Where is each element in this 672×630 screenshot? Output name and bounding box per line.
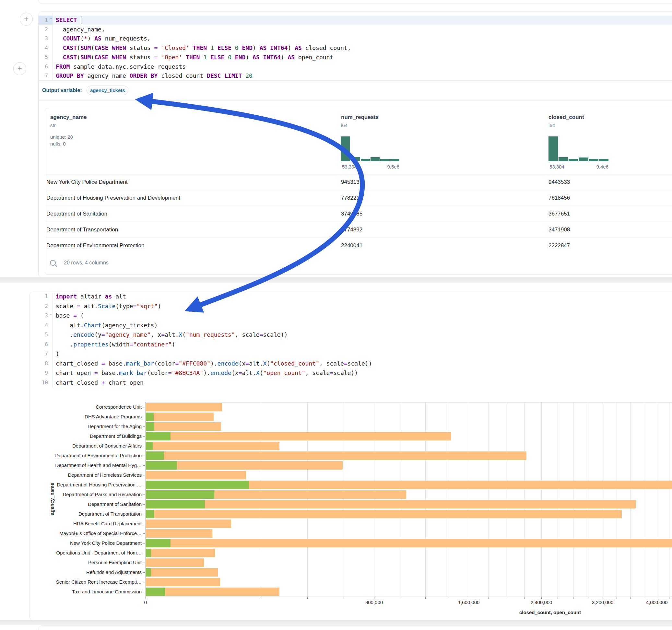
code-line[interactable]: agency_name, [56,25,105,34]
x-axis-tick-label: 1,600,000 [449,600,488,605]
bar-open-count[interactable] [146,452,164,460]
bar-open-count[interactable] [146,490,214,499]
table-row-num-requests[interactable]: 9453131 [341,174,362,190]
bar-closed-count[interactable] [146,587,280,596]
fold-chevron-icon[interactable]: › [49,313,53,318]
x-axis-tick [525,597,525,599]
bar-open-count[interactable] [146,500,205,508]
add-cell-button-middle[interactable]: + [13,62,26,75]
code-line[interactable]: CAST(SUM(CASE WHEN status = 'Open' THEN … [56,53,333,62]
bar-open-count[interactable] [146,481,249,489]
table-row-closed-count[interactable]: 7618456 [549,190,570,206]
bar-closed-count[interactable] [146,578,220,586]
line-number: 1 [37,16,48,25]
bar-closed-count[interactable] [146,558,204,567]
column-type: i64 [341,122,347,128]
code-line[interactable]: chart_open = base.mark_bar(color="#8BC34… [56,368,358,378]
chart-gridline [507,402,507,597]
bar-closed-count[interactable] [146,432,451,440]
bar-closed-count[interactable] [146,403,222,411]
bar-closed-count[interactable] [146,539,672,547]
code-line[interactable]: ) [56,349,59,358]
column-header-num_requests[interactable]: num_requests [341,114,379,121]
code-line[interactable]: CAST(SUM(CASE WHEN status = 'Closed' THE… [56,43,351,52]
x-axis-title: closed_count, open_count [476,610,625,615]
bar-open-count[interactable] [146,539,170,547]
chart-plot-top-border [146,402,672,403]
histogram-bar [599,159,608,161]
bar-closed-count[interactable] [146,510,622,518]
table-row-closed-count[interactable]: 3471908 [549,222,570,238]
sql-active-line-highlight [39,16,672,25]
chart-gridline [525,402,525,597]
y-axis-label: Operations Unit - Department of Hom… [39,550,142,556]
table-row-agency-name[interactable]: New York City Police Department [46,174,127,190]
bar-closed-count[interactable] [146,549,215,557]
table-row-agency-name[interactable]: Department of Environmental Protection [46,238,144,253]
code-line[interactable]: FROM sample_data.nyc.service_requests [56,62,186,71]
python-gutter-separator [52,294,53,388]
x-axis-tick [588,597,589,599]
output-variable-pill[interactable]: agency_tickets [87,86,128,95]
bar-closed-count[interactable] [146,452,526,460]
bar-open-count[interactable] [146,568,151,577]
table-row-num-requests[interactable]: 2240041 [341,238,362,253]
table-row-num-requests[interactable]: 3749485 [341,206,362,222]
code-line[interactable]: import altair as alt [56,292,126,301]
code-line[interactable]: chart_closed = base.mark_bar(color="#FFC… [56,359,372,368]
code-line[interactable]: base = ( [56,311,84,320]
y-axis-tick [143,494,145,495]
code-line[interactable]: alt.Chart(agency_tickets) [56,321,158,330]
code-line[interactable]: GROUP BY agency_name ORDER BY closed_cou… [56,71,253,80]
bar-open-count[interactable] [146,422,154,431]
add-cell-button-top[interactable]: + [20,13,33,26]
bar-closed-count[interactable] [146,471,246,479]
table-row-closed-count[interactable]: 2222847 [549,238,570,253]
code-line[interactable]: .encode(y="agency_name", x=alt.X("num_re… [56,330,288,339]
chart-gridline [630,402,631,597]
y-axis-label: Department of Consumer Affairs [39,443,142,449]
notebook-page: + + 1›SELECT 2 agency_name,3 COUNT(*) AS… [0,0,672,630]
y-axis-label: DHS Advantage Programs [39,414,142,420]
bar-open-count[interactable] [146,413,154,421]
histogram-bar [579,158,589,161]
table-row-num-requests[interactable]: 3774892 [341,222,362,238]
column-header-closed_count[interactable]: closed_count [549,114,584,121]
bar-open-count[interactable] [146,510,154,518]
bar-closed-count[interactable] [146,422,221,431]
bar-open-count[interactable] [146,461,177,469]
code-line[interactable]: SELECT [56,16,80,25]
code-line[interactable]: COUNT(*) AS num_requests, [56,34,151,43]
line-number: 9 [37,368,48,378]
line-number: 6 [37,62,48,71]
bar-closed-count[interactable] [146,442,280,450]
code-line[interactable]: .properties(width="container") [56,340,175,349]
table-row-agency-name[interactable]: Department of Sanitation [46,206,107,222]
table-row-closed-count[interactable]: 9443533 [549,174,570,190]
bar-closed-count[interactable] [146,529,212,538]
bar-closed-count[interactable] [146,413,214,421]
bar-open-count[interactable] [146,442,153,450]
bar-closed-count[interactable] [146,500,636,508]
y-axis-label: Taxi and Limousine Commission [39,589,142,595]
table-row-agency-name[interactable]: Department of Housing Preservation and D… [46,190,180,206]
bar-open-count[interactable] [146,432,170,440]
code-line[interactable]: scale = alt.Scale(type="sqrt") [56,302,161,311]
bar-open-count[interactable] [146,549,151,557]
chart-gridline [425,402,426,597]
x-axis-tick [488,597,489,599]
bar-closed-count[interactable] [146,519,231,528]
column-header-agency_name[interactable]: agency_name [50,114,87,121]
fold-chevron-icon[interactable]: › [49,18,53,22]
table-row-num-requests[interactable]: 7782211 [341,190,362,206]
bar-open-count[interactable] [146,587,165,596]
code-line[interactable]: chart_closed + chart_open [56,378,144,387]
y-axis-tick [143,553,145,553]
x-axis-tick [507,597,507,599]
table-row-closed-count[interactable]: 3677651 [549,206,570,222]
table-row-agency-name[interactable]: Department of Transportation [46,222,118,238]
output-variable-label: Output variable: [42,88,82,93]
bar-closed-count[interactable] [146,568,218,577]
chart-gridline [669,402,669,597]
x-axis-tick [603,597,603,599]
